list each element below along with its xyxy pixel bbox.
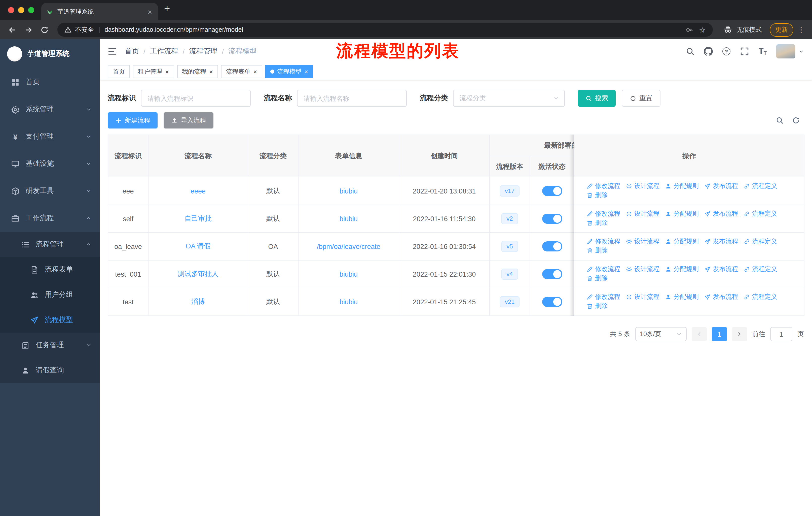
action-assign-link[interactable]: 分配规则	[665, 237, 699, 246]
key-icon[interactable]	[686, 26, 693, 33]
tab-close-icon[interactable]: ×	[146, 8, 153, 16]
close-window-button[interactable]	[8, 7, 14, 13]
search-button[interactable]: 搜索	[578, 90, 616, 107]
sidebar-item-process-form[interactable]: 流程表单	[0, 257, 100, 282]
process-name-link[interactable]: 测试多审批人	[178, 270, 219, 278]
action-publish-link[interactable]: 发布流程	[704, 237, 738, 246]
browser-tab[interactable]: 芋道管理系统 ×	[41, 3, 158, 20]
action-modify-link[interactable]: 修改流程	[586, 210, 620, 218]
form-info-link[interactable]: biubiu	[340, 215, 358, 222]
sidebar-item-system-mgmt[interactable]: 系统管理	[0, 96, 100, 123]
tag-home[interactable]: 首页	[108, 65, 130, 78]
active-toggle[interactable]	[542, 241, 562, 251]
action-assign-link[interactable]: 分配规则	[665, 182, 699, 190]
action-definition-link[interactable]: 流程定义	[744, 237, 777, 246]
create-process-button[interactable]: 新建流程	[108, 112, 157, 129]
action-definition-link[interactable]: 流程定义	[744, 293, 777, 301]
app-logo[interactable]: 芋道管理系统	[0, 39, 100, 69]
minimize-window-button[interactable]	[18, 7, 24, 13]
refresh-table-button[interactable]	[788, 112, 804, 129]
form-info-link[interactable]: /bpm/oa/leave/create	[317, 243, 380, 250]
process-name-link[interactable]: 自己审批	[184, 215, 212, 222]
page-size-select[interactable]: 10条/页	[635, 327, 687, 341]
forward-button[interactable]	[21, 23, 35, 37]
active-toggle[interactable]	[542, 214, 562, 224]
form-info-link[interactable]: biubiu	[340, 187, 358, 195]
user-avatar-menu[interactable]	[776, 44, 804, 58]
action-design-link[interactable]: 设计流程	[626, 210, 660, 218]
sidebar-item-task-mgmt[interactable]: 任务管理	[0, 332, 100, 358]
new-tab-button[interactable]: +	[164, 3, 170, 13]
fullscreen-button[interactable]	[736, 41, 753, 61]
sidebar-item-process-mgmt[interactable]: 流程管理	[0, 232, 100, 257]
active-toggle[interactable]	[542, 186, 562, 196]
process-name-link[interactable]: OA 请假	[185, 242, 210, 250]
action-definition-link[interactable]: 流程定义	[744, 265, 777, 274]
action-modify-link[interactable]: 修改流程	[586, 293, 620, 301]
tag-tenant-mgmt[interactable]: 租户管理 ×	[133, 65, 174, 78]
current-page-button[interactable]: 1	[712, 327, 727, 341]
tag-my-process[interactable]: 我的流程 ×	[177, 65, 218, 78]
tag-process-model[interactable]: 流程模型 ×	[265, 65, 313, 78]
form-info-link[interactable]: biubiu	[340, 270, 358, 278]
address-bar[interactable]: 不安全 | dashboard.yudao.iocoder.cn/bpm/man…	[57, 23, 713, 37]
sidebar-item-home[interactable]: 首页	[0, 69, 100, 96]
category-select[interactable]: 流程分类	[453, 90, 565, 107]
prev-page-button[interactable]	[692, 327, 707, 341]
process-id-input[interactable]	[141, 90, 251, 107]
active-toggle[interactable]	[542, 269, 562, 279]
action-design-link[interactable]: 设计流程	[626, 293, 660, 301]
action-modify-link[interactable]: 修改流程	[586, 265, 620, 274]
github-button[interactable]	[700, 41, 717, 61]
form-info-link[interactable]: biubiu	[340, 298, 358, 306]
action-design-link[interactable]: 设计流程	[626, 182, 660, 190]
action-delete-link[interactable]: 删除	[586, 302, 608, 310]
reset-button[interactable]: 重置	[622, 90, 661, 107]
import-process-button[interactable]: 导入流程	[164, 112, 213, 129]
action-definition-link[interactable]: 流程定义	[744, 182, 777, 190]
zoom-window-button[interactable]	[28, 7, 34, 13]
bookmark-star-icon[interactable]: ☆	[699, 26, 706, 33]
action-publish-link[interactable]: 发布流程	[704, 182, 738, 190]
reload-button[interactable]	[37, 23, 51, 37]
action-definition-link[interactable]: 流程定义	[744, 210, 777, 218]
close-icon[interactable]: ×	[253, 68, 257, 75]
action-delete-link[interactable]: 删除	[586, 191, 608, 199]
sidebar-item-workflow[interactable]: 工作流程	[0, 205, 100, 232]
action-assign-link[interactable]: 分配规则	[665, 293, 699, 301]
sidebar-item-infrastructure[interactable]: 基础设施	[0, 150, 100, 178]
sidebar-item-payment-mgmt[interactable]: ¥ 支付管理	[0, 123, 100, 150]
process-name-input[interactable]	[297, 90, 407, 107]
action-design-link[interactable]: 设计流程	[626, 237, 660, 246]
browser-menu-icon[interactable]: ⋮	[795, 25, 807, 34]
action-publish-link[interactable]: 发布流程	[704, 210, 738, 218]
help-button[interactable]: ?	[718, 41, 735, 61]
action-assign-link[interactable]: 分配规则	[665, 265, 699, 274]
header-search-button[interactable]	[682, 41, 699, 61]
breadcrumb-process-mgmt[interactable]: 流程管理	[189, 47, 218, 56]
process-name-link[interactable]: eeee	[191, 187, 206, 195]
close-icon[interactable]: ×	[304, 68, 308, 75]
action-modify-link[interactable]: 修改流程	[586, 182, 620, 190]
browser-update-button[interactable]: 更新	[770, 23, 793, 36]
process-name-link[interactable]: 滔博	[191, 298, 205, 305]
hamburger-button[interactable]	[100, 46, 125, 56]
font-size-button[interactable]: TT	[754, 41, 771, 61]
sidebar-item-dev-tools[interactable]: 研发工具	[0, 178, 100, 205]
next-page-button[interactable]	[732, 327, 747, 341]
tag-process-form[interactable]: 流程表单 ×	[221, 65, 262, 78]
close-icon[interactable]: ×	[209, 68, 213, 75]
action-delete-link[interactable]: 删除	[586, 274, 608, 283]
breadcrumb-workflow[interactable]: 工作流程	[150, 47, 178, 56]
action-delete-link[interactable]: 删除	[586, 246, 608, 255]
close-icon[interactable]: ×	[165, 68, 169, 75]
active-toggle[interactable]	[542, 297, 562, 307]
action-publish-link[interactable]: 发布流程	[704, 265, 738, 274]
back-button[interactable]	[5, 23, 19, 37]
action-assign-link[interactable]: 分配规则	[665, 210, 699, 218]
sidebar-item-process-model[interactable]: 流程模型	[0, 307, 100, 332]
action-publish-link[interactable]: 发布流程	[704, 293, 738, 301]
toggle-search-button[interactable]	[772, 112, 788, 129]
action-design-link[interactable]: 设计流程	[626, 265, 660, 274]
sidebar-item-user-group[interactable]: 用户分组	[0, 282, 100, 307]
